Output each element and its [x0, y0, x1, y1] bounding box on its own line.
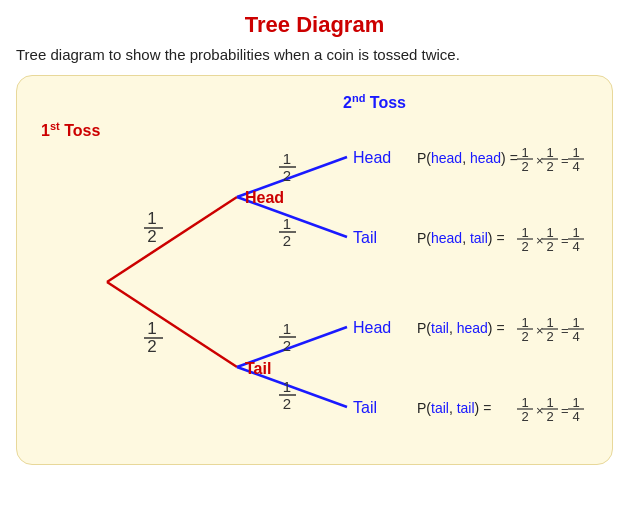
svg-text:=: =: [561, 233, 569, 248]
svg-text:×: ×: [536, 233, 544, 248]
svg-text:1: 1: [546, 395, 553, 410]
svg-text:Tail: Tail: [353, 229, 377, 246]
svg-text:1: 1: [572, 225, 579, 240]
svg-text:2: 2: [521, 409, 528, 424]
svg-text:Head: Head: [245, 189, 284, 206]
second-toss-label: 2nd Toss: [149, 92, 600, 112]
svg-text:×: ×: [536, 323, 544, 338]
svg-line-1: [107, 282, 237, 367]
svg-text:=: =: [561, 403, 569, 418]
svg-text:2: 2: [147, 337, 156, 356]
svg-text:4: 4: [572, 329, 579, 344]
svg-text:2: 2: [283, 395, 291, 412]
svg-line-0: [107, 197, 237, 282]
svg-text:P(tail, tail)   =: P(tail, tail) =: [417, 400, 491, 416]
page: Tree Diagram Tree diagram to show the pr…: [0, 0, 629, 524]
svg-text:2: 2: [147, 227, 156, 246]
svg-text:1: 1: [147, 209, 156, 228]
svg-text:2: 2: [546, 329, 553, 344]
svg-text:1: 1: [572, 145, 579, 160]
svg-text:×: ×: [536, 403, 544, 418]
tree-diagram: 1 2 1 2 Head Tail 1 2 1 2 1: [27, 112, 607, 452]
svg-text:Tail: Tail: [245, 360, 271, 377]
svg-text:1: 1: [546, 225, 553, 240]
svg-text:Head: Head: [353, 149, 391, 166]
svg-text:1: 1: [546, 315, 553, 330]
svg-text:1: 1: [521, 145, 528, 160]
svg-text:Head: Head: [353, 319, 391, 336]
svg-text:=: =: [561, 323, 569, 338]
svg-text:2: 2: [521, 159, 528, 174]
svg-text:×: ×: [536, 153, 544, 168]
svg-text:4: 4: [572, 239, 579, 254]
svg-text:1: 1: [283, 320, 291, 337]
svg-text:1: 1: [546, 145, 553, 160]
svg-text:1: 1: [283, 150, 291, 167]
svg-text:1: 1: [572, 395, 579, 410]
svg-text:=: =: [561, 153, 569, 168]
svg-text:2: 2: [521, 329, 528, 344]
svg-text:P(head, tail)  =: P(head, tail) =: [417, 230, 505, 246]
svg-text:2: 2: [283, 232, 291, 249]
svg-text:P(tail, head)  =: P(tail, head) =: [417, 320, 505, 336]
svg-text:2: 2: [283, 167, 291, 184]
svg-text:P(head, head) =: P(head, head) =: [417, 150, 518, 166]
svg-text:Tail: Tail: [353, 399, 377, 416]
svg-text:1: 1: [283, 378, 291, 395]
subtitle: Tree diagram to show the probabilities w…: [16, 46, 613, 63]
svg-text:2: 2: [546, 239, 553, 254]
svg-text:1: 1: [283, 215, 291, 232]
svg-text:1: 1: [147, 319, 156, 338]
svg-text:4: 4: [572, 159, 579, 174]
svg-text:2: 2: [521, 239, 528, 254]
svg-text:1: 1: [521, 395, 528, 410]
svg-text:4: 4: [572, 409, 579, 424]
svg-text:1: 1: [521, 225, 528, 240]
svg-text:1: 1: [572, 315, 579, 330]
svg-text:1: 1: [521, 315, 528, 330]
svg-text:2: 2: [546, 409, 553, 424]
diagram-container: 2nd Toss 1st Toss 1 2: [16, 75, 613, 465]
page-title: Tree Diagram: [16, 12, 613, 38]
svg-text:2: 2: [546, 159, 553, 174]
svg-text:2: 2: [283, 337, 291, 354]
